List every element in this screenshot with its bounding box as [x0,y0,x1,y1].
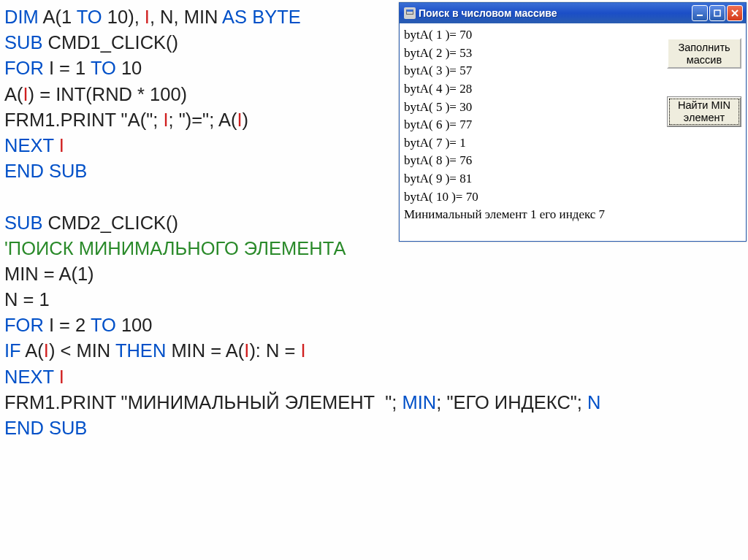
app-icon [404,7,416,19]
minimize-button[interactable] [692,5,708,21]
output-line: bytA( 9 )= 81 [404,170,741,188]
output-line: bytA( 4 )= 28 [404,80,741,99]
output-line: Минимальный элемент 1 его индекс 7 [404,206,741,224]
output-line: bytA( 10 )= 70 [404,188,741,207]
window-title: Поиск в числовом массиве [419,7,692,19]
titlebar[interactable]: Поиск в числовом массиве [400,3,746,23]
client-area: bytA( 1 )= 70 bytA( 2 )= 53 bytA( 3 )= 5… [400,23,746,241]
maximize-button[interactable] [709,5,725,21]
svg-rect-1 [714,10,720,16]
output-line: bytA( 8 )= 76 [404,152,741,170]
close-button[interactable] [727,5,743,21]
app-window: Поиск в числовом массиве bytA( 1 )= 70 b… [399,2,747,242]
find-min-button[interactable]: Найти MIN элемент [667,96,741,127]
fill-array-button[interactable]: Заполнить массив [667,38,741,69]
output-line: bytA( 7 )= 1 [404,134,741,153]
code-token: DIM [4,7,39,27]
